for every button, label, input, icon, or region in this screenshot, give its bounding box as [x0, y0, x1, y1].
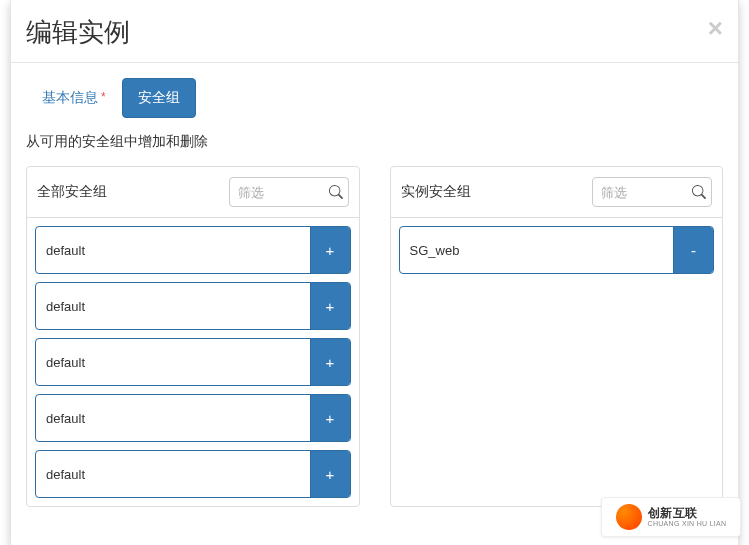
list-item: SG_web -: [399, 226, 715, 274]
add-button[interactable]: +: [310, 283, 350, 329]
instance-filter: [592, 177, 712, 207]
tab-label: 安全组: [138, 89, 180, 107]
edit-instance-modal: 编辑实例 × 基本信息 * 安全组 从可用的安全组中增加和删除 全部安全组: [10, 0, 739, 545]
add-button[interactable]: +: [310, 227, 350, 273]
close-icon[interactable]: ×: [708, 15, 723, 41]
modal-title: 编辑实例: [26, 15, 130, 50]
dual-list: 全部安全组 default + default +: [26, 166, 723, 507]
tab-security-group[interactable]: 安全组: [122, 78, 196, 118]
instance-groups-panel: 实例安全组 SG_web -: [390, 166, 724, 507]
group-name: default: [36, 339, 310, 385]
search-icon: [329, 185, 343, 199]
add-button[interactable]: +: [310, 395, 350, 441]
group-name: default: [36, 451, 310, 497]
group-name: default: [36, 227, 310, 273]
search-icon: [692, 185, 706, 199]
required-asterisk-icon: *: [101, 93, 106, 103]
watermark-badge: 创新互联 CHUANG XIN HU LIAN: [601, 497, 741, 537]
list-item: default +: [35, 338, 351, 386]
list-item: default +: [35, 282, 351, 330]
instance-groups-title: 实例安全组: [401, 183, 471, 201]
remove-button[interactable]: -: [673, 227, 713, 273]
add-button[interactable]: +: [310, 451, 350, 497]
group-name: default: [36, 395, 310, 441]
modal-header: 编辑实例 ×: [11, 0, 738, 63]
watermark-text: 创新互联 CHUANG XIN HU LIAN: [648, 507, 727, 528]
tab-basic-info[interactable]: 基本信息 *: [26, 78, 122, 118]
group-name: SG_web: [400, 227, 674, 273]
available-groups-title: 全部安全组: [37, 183, 107, 201]
group-name: default: [36, 283, 310, 329]
tab-bar: 基本信息 * 安全组: [26, 78, 723, 118]
instance-groups-header: 实例安全组: [391, 167, 723, 218]
watermark-en: CHUANG XIN HU LIAN: [648, 520, 727, 528]
list-item: default +: [35, 450, 351, 498]
available-groups-list: default + default + default + default +: [27, 218, 359, 506]
panel-description: 从可用的安全组中增加和删除: [26, 133, 723, 151]
list-item: default +: [35, 226, 351, 274]
available-groups-panel: 全部安全组 default + default +: [26, 166, 360, 507]
tab-label: 基本信息: [42, 89, 98, 107]
available-groups-header: 全部安全组: [27, 167, 359, 218]
watermark-logo-icon: [616, 504, 642, 530]
instance-groups-list: SG_web -: [391, 218, 723, 282]
watermark-cn: 创新互联: [648, 507, 727, 520]
list-item: default +: [35, 394, 351, 442]
available-filter: [229, 177, 349, 207]
modal-body: 基本信息 * 安全组 从可用的安全组中增加和删除 全部安全组: [11, 63, 738, 545]
add-button[interactable]: +: [310, 339, 350, 385]
